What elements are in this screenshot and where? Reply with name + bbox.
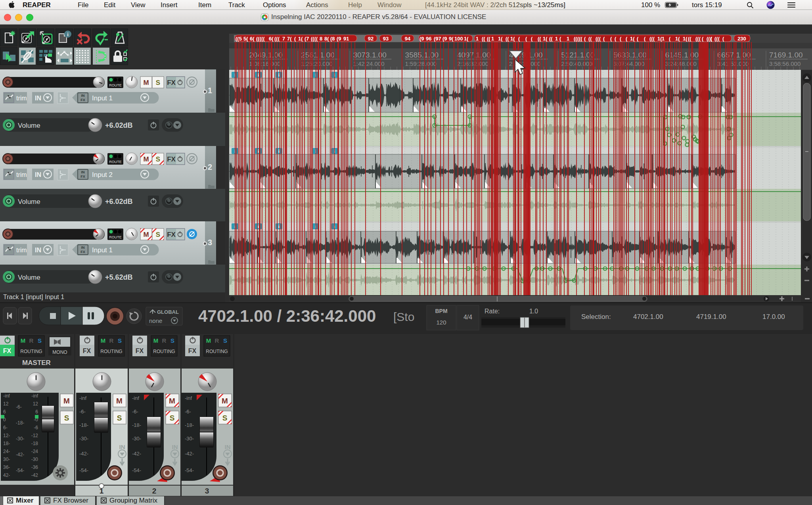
svg-text:IN: IN xyxy=(35,95,41,102)
svg-text:-6-: -6- xyxy=(132,409,138,415)
svg-text:S: S xyxy=(170,337,174,344)
svg-text:(: ( xyxy=(637,36,639,42)
svg-text:R: R xyxy=(215,337,219,344)
svg-text:(((: ((( xyxy=(649,36,655,42)
svg-text:-12: -12 xyxy=(31,433,38,438)
svg-text:IN: IN xyxy=(35,171,41,178)
svg-text:-inf: -inf xyxy=(132,395,139,401)
svg-text:(: ( xyxy=(603,36,605,42)
svg-text:1(: 1( xyxy=(510,36,515,42)
svg-text:-18-: -18- xyxy=(132,422,141,428)
svg-text:6(: 6( xyxy=(269,36,274,42)
svg-text:ROUTING: ROUTING xyxy=(153,349,175,354)
svg-text:3585.1.00: 3585.1.00 xyxy=(405,51,439,59)
svg-text:ROUTE: ROUTE xyxy=(109,160,122,164)
svg-text:Selection:: Selection: xyxy=(581,313,611,321)
svg-text:trim: trim xyxy=(16,247,27,253)
svg-text:(: ( xyxy=(710,36,712,42)
svg-text:(: ( xyxy=(610,36,612,42)
svg-text:6: 6 xyxy=(3,409,6,415)
svg-text:+5.62dB: +5.62dB xyxy=(105,273,133,281)
svg-text:FX: FX xyxy=(188,348,197,354)
svg-text:-24: -24 xyxy=(31,449,38,454)
svg-text:(: ( xyxy=(525,36,527,42)
svg-text:1: 1 xyxy=(662,36,665,42)
svg-text:M: M xyxy=(222,397,228,405)
svg-text:-36: -36 xyxy=(31,465,38,470)
svg-text:FX: FX xyxy=(167,79,176,86)
svg-text:(: ( xyxy=(518,36,520,42)
svg-text:230: 230 xyxy=(737,36,746,42)
svg-text:-30-: -30- xyxy=(185,436,194,442)
svg-text:IN: IN xyxy=(81,246,85,250)
svg-text:30-: 30- xyxy=(3,457,10,462)
svg-text:-54-: -54- xyxy=(16,468,24,473)
svg-text:Input 1: Input 1 xyxy=(92,94,113,102)
svg-text:R: R xyxy=(162,337,167,344)
svg-text:(((: ((( xyxy=(714,36,720,42)
svg-text:-42-: -42- xyxy=(16,452,24,457)
svg-text:5(: 5( xyxy=(243,36,248,42)
svg-text:2:16:32.000: 2:16:32.000 xyxy=(457,60,488,67)
svg-text:(: ( xyxy=(531,36,533,42)
svg-text:Input 2: Input 2 xyxy=(92,171,113,179)
svg-text:-6-: -6- xyxy=(16,404,22,410)
svg-text:IN: IN xyxy=(35,247,41,253)
svg-text:S: S xyxy=(156,231,160,238)
svg-text:1(: 1( xyxy=(464,36,469,42)
svg-text:3: 3 xyxy=(205,487,209,495)
svg-text:Rate:: Rate: xyxy=(485,308,500,315)
svg-text:-18-: -18- xyxy=(79,422,88,428)
svg-text:((: (( xyxy=(506,36,509,42)
svg-text:[Sto: [Sto xyxy=(393,310,414,323)
svg-text:M: M xyxy=(169,397,175,405)
svg-text:trim: trim xyxy=(16,171,27,178)
svg-text:1(: 1( xyxy=(298,36,303,42)
svg-text:IN: IN xyxy=(225,444,231,450)
svg-text:8(: 8( xyxy=(324,36,329,42)
svg-text:ROUTING: ROUTING xyxy=(206,349,228,354)
svg-text:MONO: MONO xyxy=(52,349,67,355)
svg-text:9(: 9( xyxy=(449,36,454,42)
svg-text:7169.1.00: 7169.1.00 xyxy=(769,51,803,59)
svg-text:S: S xyxy=(223,337,227,344)
svg-text:7(: 7( xyxy=(287,36,292,42)
svg-text:1: 1 xyxy=(491,36,494,42)
svg-text:R: R xyxy=(109,337,114,344)
svg-text:6(: 6( xyxy=(250,36,255,42)
svg-text:FX: FX xyxy=(83,348,91,354)
svg-text:-inf: -inf xyxy=(185,395,192,401)
svg-text:IN: IN xyxy=(81,170,85,174)
svg-text:((: (( xyxy=(549,36,553,42)
svg-text:Input 1: Input 1 xyxy=(92,246,113,254)
svg-text:(: ( xyxy=(626,36,628,42)
svg-text:-18-: -18- xyxy=(185,422,194,428)
svg-text:(: ( xyxy=(702,36,704,42)
svg-text:S: S xyxy=(117,414,122,422)
svg-text:((: (( xyxy=(538,36,541,42)
svg-text:-6-: -6- xyxy=(185,409,191,415)
svg-text:-18-: -18- xyxy=(16,420,24,426)
svg-text:91: 91 xyxy=(343,36,349,42)
svg-text:S: S xyxy=(156,156,160,163)
svg-text:M: M xyxy=(101,337,106,344)
svg-text:(9: (9 xyxy=(442,36,447,42)
svg-text:((5: ((5 xyxy=(236,36,242,42)
svg-text:BPM: BPM xyxy=(435,308,447,314)
svg-text:IN: IN xyxy=(119,444,125,450)
svg-text:(: ( xyxy=(584,36,586,42)
svg-text:FX: FX xyxy=(3,348,11,354)
svg-text:M: M xyxy=(143,79,149,86)
svg-text:-inf: -inf xyxy=(31,393,38,399)
svg-text:(9: (9 xyxy=(337,36,341,42)
svg-text:(97: (97 xyxy=(434,36,441,42)
svg-text:3:41:52.000: 3:41:52.000 xyxy=(717,60,749,67)
svg-text:-30-: -30- xyxy=(79,436,88,442)
svg-text:1(: 1( xyxy=(498,36,503,42)
svg-text:(((: ((( xyxy=(596,36,601,42)
svg-text:M: M xyxy=(63,397,70,405)
svg-text:Volume: Volume xyxy=(18,198,40,205)
svg-text:12-: 12- xyxy=(3,433,10,438)
svg-text:-inf: -inf xyxy=(3,393,10,399)
svg-text:-6-: -6- xyxy=(79,409,86,415)
